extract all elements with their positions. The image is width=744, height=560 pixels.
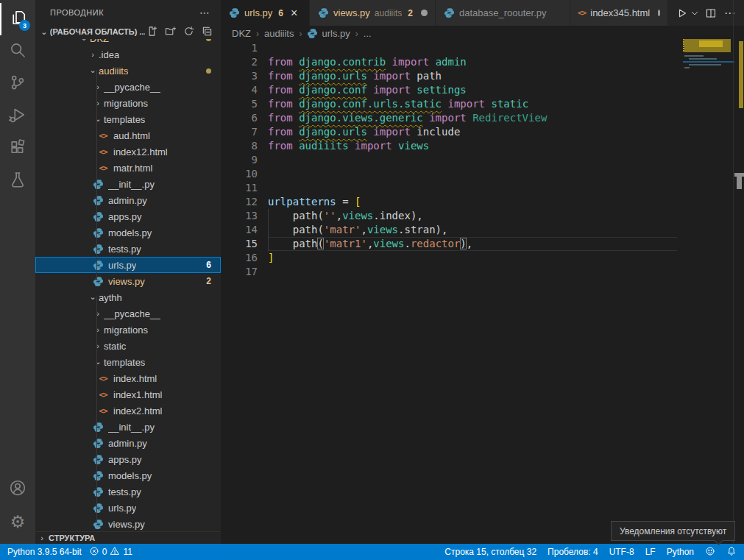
status-item-indentation[interactable]: Пробелов: 4 bbox=[548, 547, 598, 557]
tree-item-aud-html[interactable]: <>aud.html bbox=[35, 127, 221, 143]
minimap[interactable] bbox=[683, 0, 733, 544]
tree-item-urls-py[interactable]: urls.py6 bbox=[35, 257, 221, 273]
breadcrumb-item[interactable]: urls.py bbox=[307, 28, 350, 39]
code-line-7: 7from django.urls import include bbox=[221, 125, 683, 139]
tree-item-urls-py[interactable]: urls.py bbox=[35, 500, 221, 516]
tree-item-index12-html[interactable]: <>index12.html bbox=[35, 143, 221, 160]
code-token: django.views.generic bbox=[299, 112, 423, 124]
status-item-language-mode[interactable]: Python bbox=[667, 547, 694, 557]
code-line-text: from django.urls import include bbox=[268, 125, 460, 139]
outline-section-header[interactable]: › СТРУКТУРА bbox=[35, 531, 221, 544]
code-token: django.contrib bbox=[299, 56, 386, 68]
collapse-all-button[interactable] bbox=[200, 25, 213, 38]
activity-bar-item-settings[interactable]: ⚙ bbox=[0, 506, 35, 538]
code-token: views bbox=[342, 210, 373, 221]
chevron-right-icon: › bbox=[35, 534, 49, 542]
tree-item--pycache-[interactable]: ›__pycache__ bbox=[35, 79, 221, 95]
tree-item--init-py[interactable]: __init__.py bbox=[35, 419, 221, 435]
minimap-code-line bbox=[684, 55, 704, 57]
status-item-notifications[interactable] bbox=[726, 546, 737, 559]
close-icon[interactable]: × bbox=[291, 7, 297, 19]
tree-item-label: migrations bbox=[104, 325, 148, 336]
tree-item-audiiits[interactable]: ⌄audiiits bbox=[35, 63, 221, 79]
activity-bar-item-testing[interactable] bbox=[0, 165, 35, 197]
tree-item-admin-py[interactable]: admin.py bbox=[35, 192, 221, 208]
tree-item-index-html[interactable]: <>index.html bbox=[35, 370, 221, 386]
workspace-section-header[interactable]: ⌄ (РАБОЧАЯ ОБЛАСТЬ) ... bbox=[35, 24, 221, 39]
code-token: , bbox=[361, 224, 366, 235]
code-token bbox=[349, 196, 355, 208]
code-token: from bbox=[268, 112, 293, 124]
code-editor[interactable]: 12from django.contrib import admin3from … bbox=[221, 41, 683, 279]
tree-item-matr-html[interactable]: <>matr.html bbox=[35, 160, 221, 176]
tree-item-apps-py[interactable]: apps.py bbox=[35, 208, 221, 224]
code-token: django.urls bbox=[299, 70, 367, 82]
tree-item--init-py[interactable]: __init__.py bbox=[35, 176, 221, 192]
breadcrumb-item[interactable]: audiiits bbox=[264, 28, 294, 39]
tree-item-index1-html[interactable]: <>index1.html bbox=[35, 386, 221, 403]
tree-item-admin-py[interactable]: admin.py bbox=[35, 435, 221, 451]
line-number: 12 bbox=[221, 195, 258, 209]
tree-item-templates[interactable]: ⌄templates bbox=[35, 111, 221, 127]
tree-item-index2-html[interactable]: <>index2.html bbox=[35, 403, 221, 419]
tree-item-label: aud.html bbox=[113, 130, 150, 141]
tree-item-models-py[interactable]: models.py bbox=[35, 467, 221, 483]
tree-item-templates[interactable]: ⌄templates bbox=[35, 354, 221, 370]
activity-bar-item-run-debug[interactable] bbox=[0, 100, 35, 132]
code-token: settings bbox=[417, 84, 466, 96]
overview-ruler[interactable] bbox=[733, 0, 744, 544]
status-item-feedback[interactable] bbox=[705, 546, 715, 559]
tree-item-tests-py[interactable]: tests.py bbox=[35, 483, 221, 500]
status-item-cursor-position[interactable]: Строка 15, столбец 32 bbox=[444, 547, 536, 557]
minimap-current-line bbox=[683, 61, 734, 63]
refresh-button[interactable] bbox=[182, 25, 195, 38]
code-token bbox=[386, 56, 392, 68]
breadcrumb-item[interactable]: DKZ bbox=[232, 28, 251, 39]
run-debug-icon bbox=[9, 106, 26, 127]
activity-bar-item-account[interactable] bbox=[0, 473, 35, 506]
code-line-16: 16] bbox=[221, 251, 683, 265]
status-item-python-interpreter[interactable]: Python 3.9.5 64-bit bbox=[7, 547, 82, 557]
new-folder-button[interactable] bbox=[163, 25, 177, 38]
tree-item-migrations[interactable]: ›migrations bbox=[35, 322, 221, 338]
tree-item-aythh[interactable]: ⌄aythh bbox=[35, 289, 221, 305]
activity-bar-item-explorer[interactable]: 3 bbox=[0, 3, 35, 35]
tree-item-label: __pycache__ bbox=[104, 308, 160, 319]
tab-index345-html[interactable]: <>index345.html bbox=[570, 0, 668, 26]
tree-item-models-py[interactable]: models.py bbox=[35, 224, 221, 241]
code-token: redactor bbox=[411, 238, 460, 249]
code-token bbox=[349, 140, 355, 152]
breadcrumb-item[interactable]: ... bbox=[364, 28, 372, 39]
activity-bar-item-extensions[interactable] bbox=[0, 132, 35, 165]
activity-bar-item-search[interactable] bbox=[0, 35, 35, 68]
code-line-3: 3from django.urls import path bbox=[221, 69, 683, 83]
html-icon: <> bbox=[97, 372, 109, 384]
status-item-problems[interactable]: 011 bbox=[89, 546, 132, 559]
tab-database-roouter-py[interactable]: database_roouter.py bbox=[436, 0, 570, 26]
tree-item-tests-py[interactable]: tests.py bbox=[35, 241, 221, 257]
more-actions-icon[interactable]: ⋯ bbox=[199, 7, 210, 18]
activity-bar-item-source-control[interactable] bbox=[0, 68, 35, 100]
code-token bbox=[293, 56, 299, 68]
tree-item-static[interactable]: ›static bbox=[35, 338, 221, 354]
vscode-window: 3 ⚙ ПРОВОДНИК ⋯ ⌄ (РАБОЧАЯ ОБЛАСТЬ) ... … bbox=[0, 0, 744, 560]
tab-urls-py[interactable]: urls.py6× bbox=[221, 0, 310, 26]
status-item-encoding[interactable]: UTF-8 bbox=[609, 547, 634, 557]
tree-item-migrations[interactable]: ›migrations bbox=[35, 95, 221, 111]
new-file-button[interactable] bbox=[145, 25, 158, 38]
status-item-eol[interactable]: LF bbox=[645, 547, 656, 557]
tree-item--idea[interactable]: ›.idea bbox=[35, 46, 221, 63]
tree-item-apps-py[interactable]: apps.py bbox=[35, 451, 221, 467]
activity-badge: 3 bbox=[19, 20, 30, 31]
code-token: from bbox=[268, 126, 293, 138]
tree-item--pycache-[interactable]: ›__pycache__ bbox=[35, 305, 221, 322]
tab-description: audiiits bbox=[375, 8, 402, 18]
tree-item-views-py[interactable]: views.py2 bbox=[35, 273, 221, 289]
tree-item-dkz[interactable]: ⌄DKZ bbox=[35, 39, 221, 46]
tree-item-label: templates bbox=[104, 357, 145, 368]
explorer-actions bbox=[145, 25, 213, 38]
status-bar-right: Строка 15, столбец 32Пробелов: 4UTF-8LFP… bbox=[444, 546, 737, 559]
code-line-12: 12urlpatterns = [ bbox=[221, 195, 683, 209]
tree-item-views-py[interactable]: views.py bbox=[35, 516, 221, 531]
tab-views-py[interactable]: views.pyaudiiits2 bbox=[310, 0, 436, 26]
